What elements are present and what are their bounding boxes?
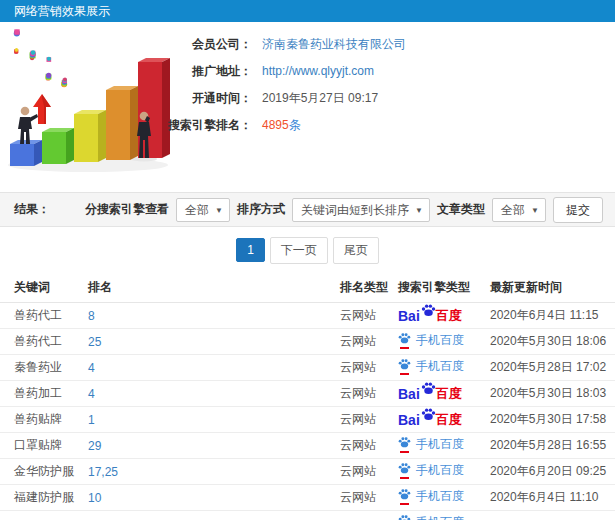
baidu-logo-du: 百度 bbox=[436, 387, 462, 400]
sort-select[interactable]: 关键词由短到长排序 ▼ bbox=[292, 198, 430, 222]
rank-type-cell: 云网站 bbox=[340, 307, 398, 324]
rank-link[interactable]: 8 bbox=[88, 309, 340, 323]
submit-button[interactable]: 提交 bbox=[553, 197, 603, 223]
chevron-down-icon: ▼ bbox=[215, 200, 223, 222]
mobile-baidu-label: 手机百度 bbox=[416, 488, 464, 505]
table-row: 秦鲁药业4云网站手机百度2020年5月28日 17:02 bbox=[0, 355, 615, 381]
mobile-baidu-paw-icon bbox=[398, 332, 412, 348]
rank-type-cell: 云网站 bbox=[340, 411, 398, 428]
mobile-baidu-paw-icon bbox=[398, 462, 412, 478]
baidu-logo: Bai百度 bbox=[398, 385, 462, 402]
mobile-baidu-link[interactable]: 手机百度 bbox=[398, 332, 464, 349]
updated-cell: 2020年6月4日 11:15 bbox=[490, 307, 615, 324]
engine-cell: Bai百度 bbox=[398, 411, 490, 428]
col-updated: 最新更新时间 bbox=[490, 279, 615, 296]
rank-type-cell: 云网站 bbox=[340, 333, 398, 350]
chevron-down-icon: ▼ bbox=[531, 200, 539, 222]
mobile-baidu-link[interactable]: 手机百度 bbox=[398, 462, 464, 479]
bar-orange bbox=[106, 86, 138, 160]
mobile-baidu-link[interactable]: 手机百度 bbox=[398, 514, 464, 520]
growth-chart-illustration bbox=[0, 24, 175, 182]
keyword-cell: 福建防护服 bbox=[14, 489, 88, 506]
rank-link[interactable]: 4 bbox=[88, 361, 340, 375]
account-details: 会员公司： 济南秦鲁药业科技有限公司 推广地址： http://www.qlyy… bbox=[160, 36, 406, 144]
engine-cell: 手机百度 bbox=[398, 358, 490, 378]
mobile-baidu-link[interactable]: 手机百度 bbox=[398, 488, 464, 505]
engine-cell: Bai百度 bbox=[398, 385, 490, 402]
updated-cell: 2020年5月28日 16:55 bbox=[490, 437, 615, 454]
table-row: 金华防护服17,25云网站手机百度2020年6月20日 09:25 bbox=[0, 459, 615, 485]
table-header: 关键词 排名 排名类型 搜索引擎类型 最新更新时间 bbox=[0, 273, 615, 303]
keyword-cell: 秦鲁药业 bbox=[14, 359, 88, 376]
businessman-left bbox=[18, 107, 38, 144]
member-company-link[interactable]: 济南秦鲁药业科技有限公司 bbox=[262, 36, 406, 52]
engine-cell: 手机百度 bbox=[398, 462, 490, 482]
result-label: 结果： bbox=[14, 201, 50, 218]
engine-cell: 手机百度 bbox=[398, 488, 490, 508]
updated-cell: 2020年5月30日 17:58 bbox=[490, 411, 615, 428]
mobile-baidu-link[interactable]: 手机百度 bbox=[398, 358, 464, 375]
updated-cell: 2020年6月20日 09:25 bbox=[490, 463, 615, 480]
last-page-button[interactable]: 尾页 bbox=[333, 237, 379, 264]
article-type-select[interactable]: 全部 ▼ bbox=[492, 198, 546, 222]
col-engine-type: 搜索引擎类型 bbox=[398, 279, 490, 296]
engine-rank-row: 搜索引擎排名： 4895条 bbox=[160, 117, 406, 133]
col-keyword: 关键词 bbox=[14, 279, 88, 296]
promo-url-row: 推广地址： http://www.qlyyjt.com bbox=[160, 63, 406, 79]
table-row: 手机百度 bbox=[0, 511, 615, 520]
rank-link[interactable]: 17,25 bbox=[88, 465, 340, 479]
table-body: 兽药代工8云网站Bai百度2020年6月4日 11:15兽药代工25云网站手机百… bbox=[0, 303, 615, 520]
rank-type-cell: 云网站 bbox=[340, 385, 398, 402]
sort-label: 排序方式 bbox=[237, 201, 285, 218]
rank-link[interactable]: 29 bbox=[88, 439, 340, 453]
table-row: 兽药代工25云网站手机百度2020年5月30日 18:06 bbox=[0, 329, 615, 355]
pagination: 1 下一页 尾页 bbox=[0, 227, 615, 273]
engine-rank-unit: 条 bbox=[289, 118, 301, 132]
table-row: 口罩贴牌29云网站手机百度2020年5月28日 16:55 bbox=[0, 433, 615, 459]
opened-time-label: 开通时间： bbox=[160, 90, 252, 106]
filter-bar: 结果： 分搜索引擎查看 全部 ▼ 排序方式 关键词由短到长排序 ▼ 文章类型 全… bbox=[0, 192, 615, 227]
account-summary-section: 会员公司： 济南秦鲁药业科技有限公司 推广地址： http://www.qlyy… bbox=[0, 22, 615, 192]
mobile-baidu-link[interactable]: 手机百度 bbox=[398, 436, 464, 453]
mobile-baidu-paw-icon bbox=[398, 488, 412, 504]
keyword-cell: 口罩贴牌 bbox=[14, 437, 88, 454]
rank-link[interactable]: 10 bbox=[88, 491, 340, 505]
mobile-baidu-label: 手机百度 bbox=[416, 514, 464, 520]
mobile-baidu-label: 手机百度 bbox=[416, 332, 464, 349]
rank-link[interactable]: 4 bbox=[88, 387, 340, 401]
rank-link[interactable]: 1 bbox=[88, 413, 340, 427]
confetti-dots bbox=[14, 29, 67, 87]
mobile-baidu-label: 手机百度 bbox=[416, 436, 464, 453]
engine-filter-selected: 全部 bbox=[185, 203, 209, 217]
table-row: 兽药加工4云网站Bai百度2020年5月30日 18:03 bbox=[0, 381, 615, 407]
mobile-baidu-paw-icon bbox=[398, 514, 412, 520]
engine-cell: 手机百度 bbox=[398, 514, 490, 520]
member-company-label: 会员公司： bbox=[160, 36, 252, 52]
engine-filter-select[interactable]: 全部 ▼ bbox=[176, 198, 230, 222]
baidu-logo-bai: Bai bbox=[398, 413, 420, 427]
keyword-cell: 兽药加工 bbox=[14, 385, 88, 402]
engine-cell: 手机百度 bbox=[398, 332, 490, 352]
updated-cell: 2020年5月28日 17:02 bbox=[490, 359, 615, 376]
engine-rank-count: 4895 bbox=[262, 118, 289, 132]
rank-link[interactable]: 25 bbox=[88, 335, 340, 349]
opened-time-value: 2019年5月27日 09:17 bbox=[262, 90, 378, 106]
bar-green bbox=[42, 128, 74, 164]
col-rank-type: 排名类型 bbox=[340, 279, 398, 296]
next-page-button[interactable]: 下一页 bbox=[270, 237, 328, 264]
article-type-label: 文章类型 bbox=[437, 201, 485, 218]
table-row: 福建防护服10云网站手机百度2020年6月4日 11:10 bbox=[0, 485, 615, 511]
updated-cell: 2020年5月30日 18:03 bbox=[490, 385, 615, 402]
mobile-baidu-paw-icon bbox=[398, 436, 412, 452]
promo-url-link[interactable]: http://www.qlyyjt.com bbox=[262, 63, 374, 79]
up-arrow bbox=[33, 94, 51, 124]
filter-controls: 分搜索引擎查看 全部 ▼ 排序方式 关键词由短到长排序 ▼ 文章类型 全部 ▼ … bbox=[85, 197, 603, 223]
results-table: 关键词 排名 排名类型 搜索引擎类型 最新更新时间 兽药代工8云网站Bai百度2… bbox=[0, 273, 615, 520]
mobile-baidu-paw-icon bbox=[398, 358, 412, 374]
page-button-1[interactable]: 1 bbox=[236, 238, 265, 262]
baidu-logo-bai: Bai bbox=[398, 309, 420, 323]
col-rank: 排名 bbox=[88, 279, 340, 296]
baidu-logo-bai: Bai bbox=[398, 387, 420, 401]
engine-cell: Bai百度 bbox=[398, 307, 490, 324]
opened-time-row: 开通时间： 2019年5月27日 09:17 bbox=[160, 90, 406, 106]
